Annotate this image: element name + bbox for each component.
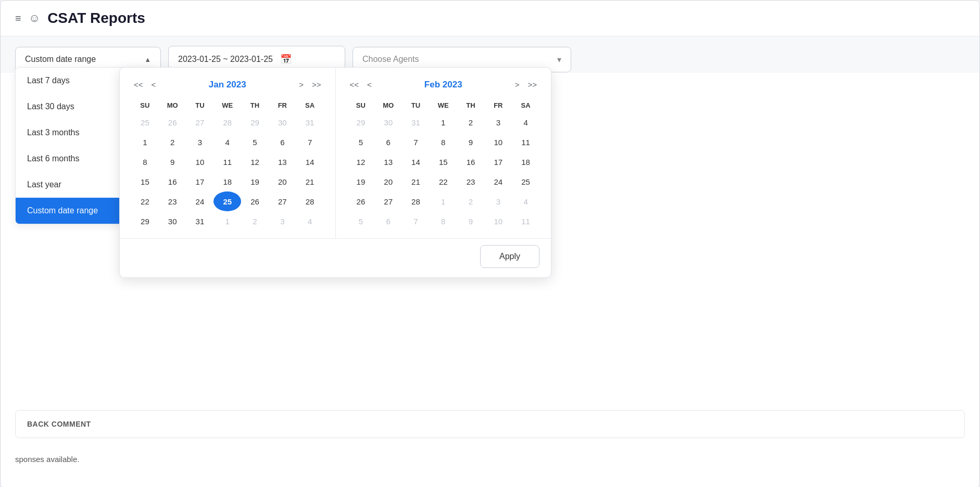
- calendar-day[interactable]: 31: [186, 211, 214, 231]
- right-prev-month-arrow[interactable]: <: [365, 79, 374, 90]
- calendar-day[interactable]: 15: [131, 172, 159, 191]
- calendar-day[interactable]: 2: [241, 211, 269, 231]
- calendar-day[interactable]: 26: [347, 191, 375, 211]
- calendar-day[interactable]: 17: [186, 172, 214, 191]
- calendar-day[interactable]: 23: [159, 191, 186, 211]
- calendar-day[interactable]: 22: [131, 191, 159, 211]
- right-next-month-arrow[interactable]: >: [512, 79, 522, 90]
- calendar-day[interactable]: 25: [512, 172, 539, 191]
- calendar-day[interactable]: 2: [457, 112, 485, 132]
- calendar-day[interactable]: 4: [512, 191, 539, 211]
- calendar-day[interactable]: 18: [512, 152, 539, 172]
- calendar-day[interactable]: 12: [347, 152, 375, 172]
- calendar-day[interactable]: 9: [457, 132, 485, 152]
- calendar-day[interactable]: 30: [374, 112, 402, 132]
- calendar-day[interactable]: 4: [213, 132, 241, 152]
- calendar-day[interactable]: 2: [159, 132, 186, 152]
- calendar-day[interactable]: 13: [269, 152, 296, 172]
- calendar-day[interactable]: 26: [241, 191, 269, 211]
- calendar-day[interactable]: 1: [430, 191, 457, 211]
- calendar-day[interactable]: 3: [484, 112, 512, 132]
- calendar-day[interactable]: 7: [296, 132, 324, 152]
- calendar-day[interactable]: 17: [484, 152, 512, 172]
- left-next-year-arrow[interactable]: >>: [309, 79, 324, 90]
- right-next-year-arrow[interactable]: >>: [525, 79, 539, 90]
- calendar-day[interactable]: 27: [186, 112, 214, 132]
- calendar-day[interactable]: 24: [484, 172, 512, 191]
- calendar-day[interactable]: 10: [484, 211, 512, 231]
- calendar-day[interactable]: 6: [374, 132, 402, 152]
- calendar-day[interactable]: 1: [430, 112, 457, 132]
- calendar-day[interactable]: 10: [186, 152, 214, 172]
- calendar-day[interactable]: 6: [269, 132, 296, 152]
- calendar-day[interactable]: 19: [241, 172, 269, 191]
- calendar-day[interactable]: 21: [296, 172, 324, 191]
- calendar-day[interactable]: 24: [186, 191, 214, 211]
- calendar-day[interactable]: 7: [402, 211, 430, 231]
- calendar-day[interactable]: 1: [131, 132, 159, 152]
- calendar-day[interactable]: 16: [159, 172, 186, 191]
- calendar-day[interactable]: 11: [512, 132, 539, 152]
- right-prev-year-arrow[interactable]: <<: [347, 79, 362, 90]
- calendar-day[interactable]: 7: [402, 132, 430, 152]
- calendar-day[interactable]: 20: [269, 172, 296, 191]
- calendar-day[interactable]: 31: [296, 112, 324, 132]
- app-container: ≡ ☺ CSAT Reports Custom date range ▲ 202…: [0, 0, 980, 487]
- calendar-day[interactable]: 19: [347, 172, 375, 191]
- calendar-day[interactable]: 29: [241, 112, 269, 132]
- calendar-day[interactable]: 22: [430, 172, 457, 191]
- calendar-day[interactable]: 30: [159, 211, 186, 231]
- calendar-day[interactable]: 28: [402, 191, 430, 211]
- calendar-day[interactable]: 29: [131, 211, 159, 231]
- calendar-day[interactable]: 8: [131, 152, 159, 172]
- feedback-row: BACK COMMENT: [15, 410, 965, 438]
- calendar-day[interactable]: 18: [213, 172, 241, 191]
- calendar-day[interactable]: 29: [347, 112, 375, 132]
- calendar-day[interactable]: 4: [296, 211, 324, 231]
- calendar-day[interactable]: 14: [402, 152, 430, 172]
- calendar-day[interactable]: 26: [159, 112, 186, 132]
- left-prev-year-arrow[interactable]: <<: [131, 79, 146, 90]
- calendar-day[interactable]: 9: [159, 152, 186, 172]
- calendar-day[interactable]: 5: [347, 132, 375, 152]
- left-next-month-arrow[interactable]: >: [296, 79, 306, 90]
- calendar-footer: Apply: [120, 239, 551, 268]
- calendar-day[interactable]: 9: [457, 211, 485, 231]
- weekday-header: FR: [484, 98, 512, 112]
- calendar-day[interactable]: 25: [131, 112, 159, 132]
- left-prev-month-arrow[interactable]: <: [149, 79, 159, 90]
- calendar-day[interactable]: 12: [241, 152, 269, 172]
- calendar-day[interactable]: 6: [374, 211, 402, 231]
- calendar-day[interactable]: 27: [374, 191, 402, 211]
- calendar-day[interactable]: 3: [269, 211, 296, 231]
- calendar-day[interactable]: 20: [374, 172, 402, 191]
- calendar-day[interactable]: 8: [430, 211, 457, 231]
- calendar-day[interactable]: 30: [269, 112, 296, 132]
- calendar-day[interactable]: 23: [457, 172, 485, 191]
- calendar-day[interactable]: 31: [402, 112, 430, 132]
- calendar-day[interactable]: 5: [347, 211, 375, 231]
- calendar-day[interactable]: 28: [213, 112, 241, 132]
- calendar-day[interactable]: 5: [241, 132, 269, 152]
- calendar-day[interactable]: 13: [374, 152, 402, 172]
- calendar-day[interactable]: 3: [484, 191, 512, 211]
- calendar-day[interactable]: 14: [296, 152, 324, 172]
- calendar-day[interactable]: 11: [213, 152, 241, 172]
- apply-button[interactable]: Apply: [480, 245, 539, 268]
- menu-icon[interactable]: ≡: [15, 12, 21, 24]
- calendar-day[interactable]: 8: [430, 132, 457, 152]
- calendar-day[interactable]: 15: [430, 152, 457, 172]
- calendar-day[interactable]: 25: [213, 191, 241, 211]
- weekday-header: MO: [159, 98, 186, 112]
- calendar-day[interactable]: 2: [457, 191, 485, 211]
- calendar-day[interactable]: 4: [512, 112, 539, 132]
- calendar-day[interactable]: 3: [186, 132, 214, 152]
- left-month-title: Jan 2023: [158, 80, 296, 90]
- calendar-day[interactable]: 28: [296, 191, 324, 211]
- calendar-day[interactable]: 16: [457, 152, 485, 172]
- calendar-day[interactable]: 11: [512, 211, 539, 231]
- calendar-day[interactable]: 21: [402, 172, 430, 191]
- calendar-day[interactable]: 10: [484, 132, 512, 152]
- calendar-day[interactable]: 27: [269, 191, 296, 211]
- calendar-day[interactable]: 1: [213, 211, 241, 231]
